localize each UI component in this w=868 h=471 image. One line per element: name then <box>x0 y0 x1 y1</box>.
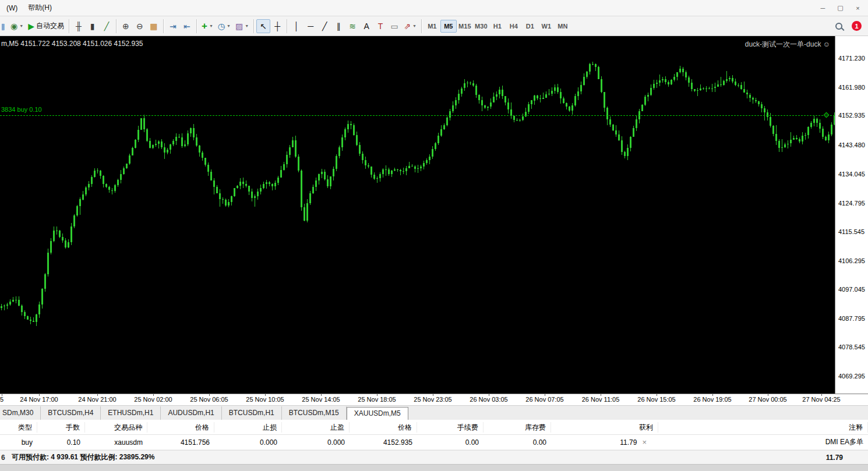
cursor-button[interactable]: ↖ <box>256 19 270 33</box>
chart-tab-btcusdm-m15[interactable]: BTCUSDm,M15 <box>282 406 347 420</box>
time-label: 25 Nov 18:05 <box>358 396 396 403</box>
indicators-list-button[interactable]: +▼ <box>199 19 216 33</box>
tile-windows-button[interactable]: ▦ <box>147 19 161 33</box>
timeframe-mn-button[interactable]: MN <box>555 20 571 33</box>
timeframe-h4-button[interactable]: H4 <box>506 20 522 33</box>
column-header-stop-loss[interactable]: 止损 <box>214 422 282 433</box>
column-header-take-profit[interactable]: 止盈 <box>282 422 350 433</box>
time-label: 27 Nov 00:05 <box>749 396 786 403</box>
zoom-in-icon: ⊕ <box>122 22 129 30</box>
periods-icon: ◷ <box>218 22 225 30</box>
column-header-commission[interactable]: 手续费 <box>417 422 484 433</box>
account-summary-row: 6 可用预付款: 4 939.61 预付款比例: 23895.29% 11.79 <box>0 450 868 464</box>
timeframe-m30-button[interactable]: M30 <box>473 20 489 33</box>
cell-lots: 0.10 <box>37 438 85 447</box>
column-header-profit[interactable]: 获利 <box>551 422 658 433</box>
minimize-button[interactable]: ─ <box>814 2 831 14</box>
timeframe-d1-button[interactable]: D1 <box>522 20 538 33</box>
tile-windows-icon: ▦ <box>150 22 157 30</box>
chart-shift-button[interactable]: ⇤ <box>180 19 194 33</box>
arrows-button[interactable]: ⇗▼ <box>401 19 419 33</box>
chart-tab-xauusdm-m5[interactable]: XAUUSDm,M5 <box>347 407 408 420</box>
trendline-button[interactable]: ╱ <box>317 19 331 33</box>
zoom-in-button[interactable]: ⊕ <box>119 19 133 33</box>
chart-tabs-bar: SDm,M30BTCUSDm,H4ETHUSDm,H1AUDUSDm,H1BTC… <box>0 405 868 420</box>
fibonacci-button[interactable]: ≋ <box>345 19 359 33</box>
column-header-symbol[interactable]: 交易品种 <box>85 422 147 433</box>
column-header-type[interactable]: 类型 <box>0 422 37 433</box>
restore-button[interactable]: ▢ <box>832 2 849 14</box>
summary-partial-text: 6 <box>0 454 8 462</box>
profiles-button[interactable]: ◉▼ <box>8 19 26 33</box>
time-label: 25 Nov 02:00 <box>134 396 172 403</box>
time-axis[interactable]: 524 Nov 17:0024 Nov 21:0025 Nov 02:0025 … <box>0 394 868 405</box>
candlestick-chart-icon: ▮ <box>90 22 95 30</box>
chart-tab-btcusdm-h4[interactable]: BTCUSDm,H4 <box>41 406 101 420</box>
zoom-out-button[interactable]: ⊖ <box>133 19 147 33</box>
crosshair-button[interactable]: ┼ <box>270 19 284 33</box>
column-header-open-price[interactable]: 价格 <box>147 422 214 433</box>
periods-button[interactable]: ◷▼ <box>216 19 233 33</box>
column-header-lots[interactable]: 手数 <box>37 422 85 433</box>
price-label: 4097.045 <box>838 286 865 293</box>
equidistant-channel-icon: ∥ <box>337 22 341 30</box>
candlestick-chart-button[interactable]: ▮ <box>86 19 100 33</box>
fibonacci-icon: ≋ <box>349 22 356 30</box>
column-header-comment[interactable]: 注释 <box>658 422 868 433</box>
time-label: 25 Nov 06:05 <box>190 396 228 403</box>
equidistant-channel-button[interactable]: ∥ <box>331 19 345 33</box>
templates-button[interactable]: ▨▼ <box>233 19 251 33</box>
price-scale[interactable]: 4171.2304161.9804152.9354143.4804134.045… <box>835 36 868 394</box>
chart-tab-ethusdm-h1[interactable]: ETHUSDm,H1 <box>101 406 161 420</box>
timeframe-w1-button[interactable]: W1 <box>538 20 555 33</box>
chart-tab-audusdm-h1[interactable]: AUDUSDm,H1 <box>161 406 221 420</box>
text-label-button[interactable]: T <box>373 19 387 33</box>
close-position-button[interactable]: × <box>642 438 648 446</box>
search-button[interactable] <box>832 19 846 33</box>
chart-area[interactable]: m,M5 4151.722 4153.208 4151.026 4152.935… <box>0 36 835 394</box>
toolbar: ▦◉▼▶自动交易╫▮╱⊕⊖▦⇥⇤+▼◷▼▨▼↖┼│─╱∥≋AT▭⇗▼M1M5M1… <box>0 16 868 36</box>
account-summary-text: 可用预付款: 4 939.61 预付款比例: 23895.29% <box>8 452 154 462</box>
autotrading-button[interactable]: ▶自动交易 <box>26 19 66 33</box>
menu-item-1[interactable]: 帮助(H) <box>23 0 57 16</box>
toolbar-separator <box>163 19 164 33</box>
bottom-strip <box>0 464 868 471</box>
column-header-current-price[interactable]: 价格 <box>350 422 417 433</box>
chart-tab-btcusdm-h1[interactable]: BTCUSDm,H1 <box>222 406 282 420</box>
cell-symbol: xauusdm <box>85 438 147 447</box>
templates-icon: ▨ <box>235 22 243 30</box>
timeframe-m15-button[interactable]: M15 <box>457 20 473 33</box>
menu-item-0[interactable]: (W) <box>1 0 23 16</box>
toolbar-separator <box>287 19 287 33</box>
cell-open-price: 4151.756 <box>147 438 214 447</box>
vertical-line-button[interactable]: │ <box>290 19 304 33</box>
horizontal-line-icon: ─ <box>308 22 313 30</box>
timeframe-h1-button[interactable]: H1 <box>489 20 506 33</box>
line-chart-button[interactable]: ╱ <box>100 19 114 33</box>
trade-row[interactable]: buy0.10xauusdm4151.7560.0000.0004152.935… <box>0 435 868 450</box>
menu-bar: (W)帮助(H) ─▢× <box>0 0 868 16</box>
price-label: 4124.795 <box>838 200 865 207</box>
time-label: 27 Nov 04:25 <box>802 396 840 403</box>
text-button[interactable]: A <box>359 19 373 33</box>
close-button[interactable]: × <box>849 2 866 14</box>
chart-tab-sdm-m30[interactable]: SDm,M30 <box>0 406 41 420</box>
window-controls: ─▢× <box>814 2 868 14</box>
cell-take-profit: 0.000 <box>282 438 350 447</box>
horizontal-line-button[interactable]: ─ <box>304 19 317 33</box>
timeframe-m1-button[interactable]: M1 <box>424 20 440 33</box>
notification-badge[interactable]: 1 <box>852 21 862 31</box>
chevron-down-icon: ▼ <box>227 24 231 28</box>
time-label: 25 Nov 23:05 <box>414 396 451 403</box>
column-header-swap[interactable]: 库存费 <box>484 422 551 433</box>
order-line-label: 3834 buy 0.10 <box>1 106 42 113</box>
time-label: 26 Nov 07:05 <box>525 396 563 403</box>
time-label: 26 Nov 11:05 <box>582 396 620 403</box>
chevron-down-icon: ▼ <box>245 24 249 28</box>
timeframe-m5-button[interactable]: M5 <box>440 20 457 33</box>
bar-chart-button[interactable]: ╫ <box>72 19 86 33</box>
auto-scroll-button[interactable]: ⇥ <box>166 19 180 33</box>
new-chart-button[interactable]: ▦ <box>2 19 8 33</box>
arrows-icon: ⇗ <box>404 22 411 30</box>
shapes-button[interactable]: ▭ <box>387 19 401 33</box>
